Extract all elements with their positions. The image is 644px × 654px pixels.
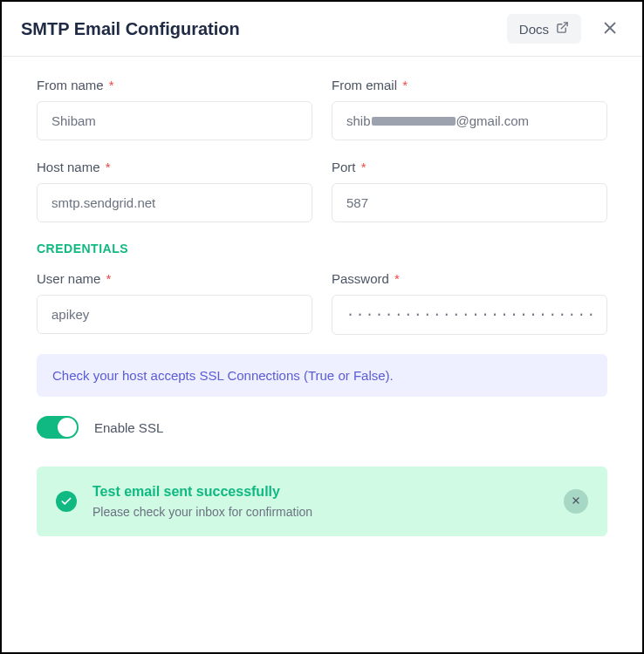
from-name-label: From name * — [37, 78, 312, 92]
toggle-knob — [58, 418, 77, 437]
ssl-hint: Check your host accepts SSL Connections … — [37, 354, 607, 397]
page-title: SMTP Email Configuration — [21, 19, 240, 39]
alert-body: Test email sent successfully Please chec… — [92, 484, 548, 519]
user-name-label: User name * — [37, 271, 312, 286]
enable-ssl-label: Enable SSL — [94, 420, 163, 435]
from-email-input[interactable]: shib@gmail.com — [332, 101, 607, 140]
port-label: Port * — [332, 160, 607, 174]
field-password: Password * — [332, 271, 607, 335]
alert-title: Test email sent successfully — [92, 484, 548, 500]
close-icon — [600, 27, 620, 40]
external-link-icon — [556, 21, 569, 37]
enable-ssl-toggle[interactable] — [37, 416, 79, 439]
field-user-name: User name * — [37, 271, 312, 335]
from-email-label: From email * — [332, 78, 607, 92]
password-input[interactable] — [332, 295, 607, 335]
field-host-name: Host name * — [37, 160, 312, 222]
field-port: Port * — [332, 160, 607, 222]
alert-close-button[interactable] — [564, 489, 588, 514]
check-circle-icon — [56, 491, 77, 512]
user-name-input[interactable] — [37, 295, 312, 334]
form-body: From name * From email * shib@gmail.com … — [2, 57, 642, 557]
field-from-name: From name * — [37, 78, 312, 140]
panel-header: SMTP Email Configuration Docs — [2, 2, 642, 57]
from-email-suffix: @gmail.com — [456, 113, 530, 128]
host-name-input[interactable] — [37, 183, 312, 222]
ssl-toggle-row: Enable SSL — [37, 416, 607, 439]
port-input[interactable] — [332, 183, 607, 222]
docs-button[interactable]: Docs — [507, 14, 581, 44]
password-label: Password * — [332, 271, 607, 286]
field-from-email: From email * shib@gmail.com — [332, 78, 607, 140]
from-name-input[interactable] — [37, 101, 312, 140]
svg-line-0 — [561, 23, 567, 29]
success-alert: Test email sent successfully Please chec… — [37, 467, 607, 536]
host-name-label: Host name * — [37, 160, 312, 174]
header-actions: Docs — [507, 14, 623, 44]
credentials-heading: CREDENTIALS — [37, 242, 607, 255]
docs-button-label: Docs — [519, 22, 549, 37]
alert-subtitle: Please check your inbox for confirmation — [92, 505, 548, 519]
close-button[interactable] — [597, 15, 623, 44]
redacted-segment — [372, 117, 456, 126]
close-icon — [571, 495, 581, 508]
from-email-prefix: shib — [346, 113, 371, 128]
